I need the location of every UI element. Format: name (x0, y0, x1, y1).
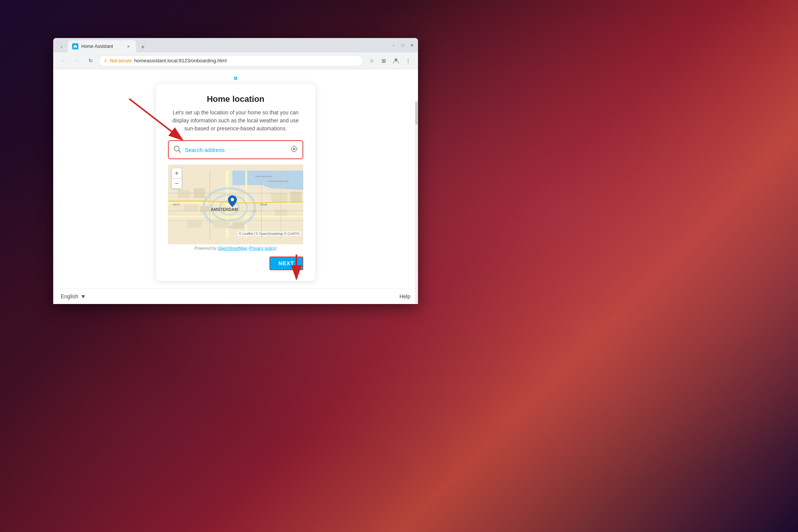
gps-location-icon[interactable] (290, 145, 298, 155)
svg-rect-30 (233, 222, 244, 229)
svg-rect-31 (187, 220, 202, 228)
svg-rect-24 (184, 204, 198, 211)
svg-rect-16 (168, 216, 303, 218)
svg-text:OOSTDOKSEILAND: OOSTDOKSEILAND (268, 180, 289, 182)
language-label: English (61, 293, 78, 299)
svg-text:Open Havenfront: Open Havenfront (255, 175, 272, 177)
search-box (168, 140, 303, 159)
active-tab[interactable]: Home Assistant ✕ (68, 40, 136, 52)
home-location-card: Home location Let's set up the location … (156, 84, 315, 281)
minimize-btn[interactable]: − (391, 42, 397, 48)
map-attribution: © Leaflet | © OpenStreetMap © CARTO (238, 231, 301, 236)
svg-rect-26 (271, 193, 287, 203)
maximize-btn[interactable]: □ (400, 42, 406, 48)
next-btn-row: NEXT (168, 256, 303, 270)
svg-rect-22 (177, 190, 190, 198)
tab-close-btn[interactable]: ✕ (125, 43, 131, 49)
map-zoom-controls: + − (172, 168, 182, 188)
search-icon (173, 145, 181, 155)
close-btn[interactable]: ✕ (409, 42, 415, 48)
map-powered-text: Powered by OpenStreetMap (Privacy policy… (168, 246, 303, 250)
svg-text:TRUM: TRUM (260, 203, 268, 206)
page-title: Home location (168, 94, 303, 104)
svg-point-7 (293, 148, 295, 150)
tab-title-text: Home Assistant (81, 44, 122, 49)
url-display: homeassistant.local:8123/onboarding.html (134, 58, 358, 63)
scrollbar[interactable] (415, 100, 418, 304)
svg-rect-29 (213, 220, 229, 228)
profile-icon (393, 57, 399, 64)
window-controls: − □ ✕ (391, 42, 415, 48)
extensions-btn[interactable]: ⊞ (378, 55, 389, 66)
tab-bar: ‹ Home Assistant ✕ + (56, 38, 391, 52)
new-tab-btn[interactable]: + (138, 42, 148, 52)
svg-point-4 (235, 78, 236, 78)
reload-btn[interactable]: ↻ (85, 55, 96, 66)
svg-text:AMSTERDAM: AMSTERDAM (211, 207, 238, 212)
svg-line-6 (179, 150, 180, 152)
title-bar: ‹ Home Assistant ✕ + − □ ✕ (53, 38, 418, 52)
page-footer: English ▼ Help (53, 288, 418, 304)
privacy-policy-link[interactable]: Privacy policy (250, 246, 275, 250)
bookmark-btn[interactable]: ☆ (366, 55, 377, 66)
page-description: Let's set up the location of your home s… (168, 109, 303, 133)
zoom-in-btn[interactable]: + (172, 168, 182, 178)
openstreetmap-link[interactable]: OpenStreetMap (218, 246, 247, 250)
search-address-input[interactable] (185, 147, 287, 153)
svg-text:an Rei: an Rei (250, 210, 256, 212)
not-secure-label: Not secure (110, 58, 132, 63)
svg-point-44 (231, 198, 234, 201)
security-warning-icon: ⚠ (104, 58, 108, 63)
browser-window: ‹ Home Assistant ✕ + − □ ✕ ← → ↻ ⚠ (53, 38, 418, 304)
language-arrow-icon: ▼ (81, 293, 86, 299)
scrollbar-thumb (415, 102, 418, 125)
menu-btn[interactable]: ⋮ (403, 55, 413, 66)
back-btn[interactable]: ← (58, 55, 68, 66)
ha-logo-icon (225, 77, 246, 80)
svg-point-2 (395, 58, 397, 61)
help-link[interactable]: Help (399, 293, 410, 299)
language-selector[interactable]: English ▼ (61, 293, 86, 299)
next-btn[interactable]: NEXT (269, 256, 303, 270)
ha-favicon-icon (72, 43, 78, 49)
page-content: Home location Let's set up the location … (53, 69, 418, 288)
svg-point-1 (75, 45, 76, 46)
profile-btn[interactable] (391, 55, 401, 66)
zoom-out-btn[interactable]: − (172, 179, 182, 188)
forward-btn[interactable]: → (71, 55, 82, 66)
map-container[interactable]: OOSTDOKSEILAND Open Havenfront WEST TRUM… (168, 165, 303, 244)
address-bar: ← → ↻ ⚠ Not secure homeassistant.local:8… (53, 52, 418, 69)
svg-text:WEST: WEST (173, 203, 180, 206)
address-bar-input[interactable]: ⚠ Not secure homeassistant.local:8123/on… (99, 55, 363, 66)
address-bar-actions: ☆ ⊞ ⋮ (366, 55, 413, 66)
tab-backward-btn[interactable]: ‹ (56, 42, 67, 52)
